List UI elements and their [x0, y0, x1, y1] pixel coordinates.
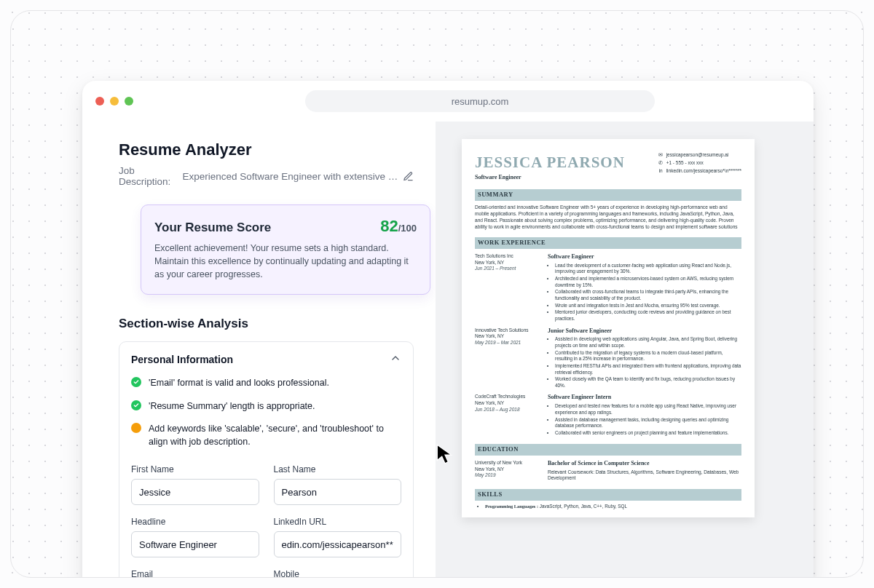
score-description: Excellent achievement! Your resume sets … — [154, 242, 417, 281]
score-card: Your Resume Score 82/100 Excellent achie… — [141, 204, 430, 295]
resume-bullet: Collaborated with senior engineers on pr… — [555, 430, 741, 437]
analysis-text: 'Email' format is valid and looks profes… — [149, 377, 329, 390]
resume-skills-list: Programming Languages : JavaScript, Pyth… — [475, 504, 741, 510]
resume-email: jessicapearson@resumeup.ai — [666, 152, 729, 159]
resume-edu-school: University of New York — [475, 460, 542, 466]
resume-skill-value: JavaScript, Python, Java, C++, Ruby, SQL — [538, 504, 627, 509]
resume-edu-dates: May 2019 — [475, 472, 542, 479]
mobile-field: Mobile — [274, 569, 402, 578]
email-label: Email — [131, 569, 259, 578]
resume-education: University of New York New York, NY May … — [475, 460, 741, 482]
analysis-item: 'Resume Summary' length is appropriate. — [131, 400, 401, 413]
resume-job-company: Innovative Tech Solutions — [475, 327, 542, 334]
resume-bullet: Contributed to the migration of legacy s… — [555, 350, 741, 362]
resume-edu-desc: Relevant Coursework: Data Structures, Al… — [548, 469, 741, 482]
jd-text: Experienced Software Engineer with exten… — [183, 171, 398, 182]
first-name-label: First Name — [131, 464, 259, 474]
resume-job-company: CodeCraft Technologies — [475, 394, 542, 400]
warning-icon — [131, 423, 141, 433]
resume-job-dates: Jun 2018 – Aug 2018 — [475, 407, 542, 413]
resume-job-bullets: Lead the development of a customer-facin… — [548, 263, 741, 322]
resume-bullet: Lead the development of a customer-facin… — [555, 263, 741, 275]
analysis-list: 'Email' format is valid and looks profes… — [131, 377, 401, 448]
url-text: resumup.com — [452, 96, 509, 107]
resume-bullet: Collaborated with cross-functional teams… — [555, 289, 741, 301]
resume-job-title: Software Engineer — [548, 253, 741, 261]
mail-icon: ✉ — [658, 153, 664, 158]
email-field: Email — [131, 569, 259, 578]
resume-job-bullets: Developed and tested new features for a … — [548, 403, 741, 436]
resume-summary: Detail-oriented and innovative Software … — [475, 204, 741, 231]
last-name-field: Last Name — [274, 464, 402, 505]
resume-skill-label: Programming Languages : — [485, 504, 538, 509]
resume-job-company: Tech Solutions Inc — [475, 253, 542, 260]
browser-window: resumup.com Resume Analyzer Job Descript… — [82, 81, 814, 578]
last-name-label: Last Name — [274, 464, 402, 474]
browser-titlebar: resumup.com — [82, 81, 814, 122]
section-analysis-heading: Section-wise Analysis — [119, 317, 414, 331]
resume-job-location: New York, NY — [475, 260, 542, 266]
resume-skill-line: Programming Languages : JavaScript, Pyth… — [485, 504, 741, 510]
resume-job-location: New York, NY — [475, 400, 542, 407]
resume-contact: ✉jessicapearson@resumeup.ai ✆+1 - 555 - … — [658, 152, 741, 175]
personal-info-title: Personal Information — [131, 354, 233, 365]
resume-bullet: Developed and tested new features for a … — [555, 403, 741, 416]
resume-bullet: Implemented RESTful APIs and integrated … — [555, 363, 741, 376]
resume-name: JESSICA PEARSON — [475, 152, 625, 172]
phone-icon: ✆ — [658, 161, 664, 166]
headline-label: Headline — [131, 517, 259, 527]
url-bar[interactable]: resumup.com — [305, 90, 655, 112]
maximize-dot[interactable] — [125, 97, 133, 106]
resume-preview: JESSICA PEARSON Software Engineer ✉jessi… — [462, 139, 755, 517]
last-name-input[interactable] — [274, 479, 402, 505]
resume-edu-heading: EDUCATION — [475, 444, 741, 455]
analysis-text: Add keywords like 'scalable', 'secure', … — [149, 423, 401, 448]
resume-job-dates: Jun 2021 – Present — [475, 266, 542, 272]
first-name-input[interactable] — [131, 479, 259, 505]
check-icon — [131, 400, 141, 410]
personal-info-card: Personal Information 'Email' format is v… — [119, 341, 414, 578]
analysis-text: 'Resume Summary' length is appropriate. — [149, 400, 315, 413]
score-number: 82 — [380, 217, 398, 235]
analysis-item: 'Email' format is valid and looks profes… — [131, 377, 401, 390]
resume-job-bullets: Assisted in developing web applications … — [548, 336, 741, 389]
personal-info-header[interactable]: Personal Information — [131, 352, 401, 367]
resume-job: Innovative Tech Solutions New York, NY M… — [475, 327, 741, 390]
resume-bullet: Mentored junior developers, conducting c… — [555, 309, 741, 322]
resume-job-dates: May 2019 – Mar 2021 — [475, 340, 542, 346]
resume-job-title: Software Engineer Intern — [548, 394, 741, 402]
resume-linkedin: linkedin.com/jessicapearso*\n******* — [666, 168, 741, 175]
resume-work-heading: WORK EXPERIENCE — [475, 237, 741, 248]
jd-label: Job Description: — [119, 165, 178, 187]
linkedin-input[interactable] — [274, 531, 402, 557]
resume-job-location: New York, NY — [475, 333, 542, 340]
score-denominator: /100 — [398, 223, 417, 234]
resume-bullet: Wrote unit and integration tests in Jest… — [555, 303, 741, 309]
linkedin-icon: in — [658, 168, 664, 173]
page-title: Resume Analyzer — [119, 140, 414, 159]
linkedin-field: LinkedIn URL — [274, 517, 402, 557]
resume-phone: +1 - 555 - xxx xxx — [666, 160, 704, 167]
minimize-dot[interactable] — [110, 97, 119, 106]
resume-bullet: Architected and implemented a microservi… — [555, 276, 741, 288]
headline-field: Headline — [131, 517, 259, 557]
linkedin-label: LinkedIn URL — [274, 517, 402, 527]
resume-summary-heading: SUMMARY — [475, 189, 741, 200]
resume-role: Software Engineer — [475, 174, 625, 182]
job-description-row: Job Description: Experienced Software En… — [119, 165, 414, 187]
close-dot[interactable] — [95, 97, 104, 106]
page-background: resumup.com Resume Analyzer Job Descript… — [10, 10, 864, 578]
headline-input[interactable] — [131, 531, 259, 557]
first-name-field: First Name — [131, 464, 259, 505]
analysis-item: Add keywords like 'scalable', 'secure', … — [131, 423, 401, 448]
score-title: Your Resume Score — [154, 220, 271, 235]
resume-bullet: Worked closely with the QA team to ident… — [555, 376, 741, 389]
resume-edu-degree: Bachelor of Science in Computer Science — [548, 460, 741, 468]
resume-job: Tech Solutions Inc New York, NY Jun 2021… — [475, 253, 741, 323]
resume-skills-heading: SKILLS — [475, 489, 741, 500]
left-pane: Resume Analyzer Job Description: Experie… — [82, 122, 436, 578]
edit-icon[interactable] — [403, 171, 414, 182]
resume-job: CodeCraft Technologies New York, NY Jun … — [475, 394, 741, 437]
check-icon — [131, 377, 141, 387]
window-controls — [95, 97, 133, 106]
